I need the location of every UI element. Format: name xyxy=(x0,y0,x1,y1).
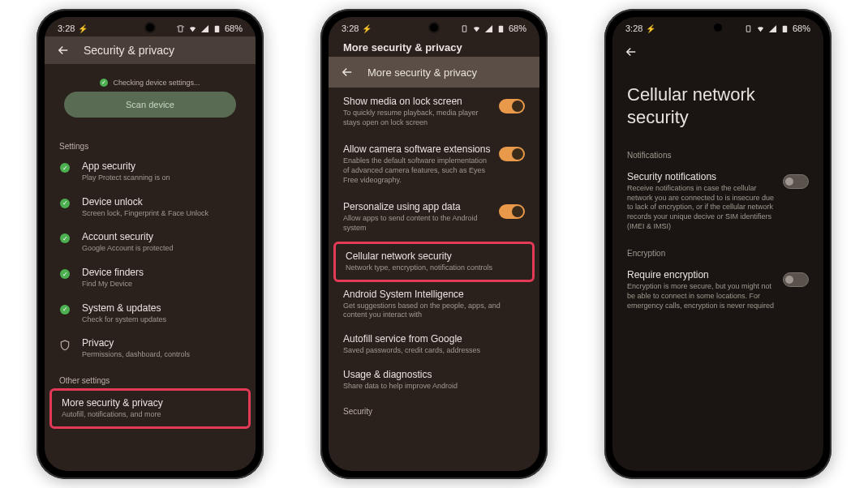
wifi-icon xyxy=(756,24,765,33)
highlight-cellular: Cellular network security Network type, … xyxy=(333,242,535,282)
row-title: Require encryption xyxy=(627,269,775,280)
row-title: Device finders xyxy=(82,267,241,278)
row-sub: Google Account is protected xyxy=(82,244,241,254)
subheader: More security & privacy xyxy=(329,57,539,88)
check-icon: ✓ xyxy=(60,233,70,243)
vibrate-icon xyxy=(744,24,753,33)
row-more-security[interactable]: More security & privacy Autofill, notifi… xyxy=(52,391,248,426)
back-button[interactable] xyxy=(624,45,638,59)
row-app-security[interactable]: ✓ App security Play Protect scanning is … xyxy=(45,154,256,190)
status-time: 3:28 xyxy=(342,24,359,33)
check-icon: ✓ xyxy=(60,305,70,315)
row-sub: Share data to help improve Android xyxy=(343,382,525,392)
check-icon: ✓ xyxy=(60,269,70,279)
toggle-security-notifications[interactable] xyxy=(783,174,809,189)
svg-rect-0 xyxy=(215,25,220,32)
toggle-show-media[interactable] xyxy=(499,99,525,113)
row-sub: Enables the default software implementat… xyxy=(343,156,491,185)
row-privacy[interactable]: Privacy Permissions, dashboard, controls xyxy=(45,331,256,366)
row-sub: Network type, encryption, notification c… xyxy=(346,263,522,273)
bolt-icon: ⚡ xyxy=(362,24,372,33)
page-title: More security & privacy xyxy=(329,36,539,57)
row-sub: Allow apps to send content to the Androi… xyxy=(343,214,491,233)
svg-rect-1 xyxy=(499,25,504,32)
row-title: Device unlock xyxy=(82,196,241,208)
row-title: Personalize using app data xyxy=(343,201,491,212)
row-sub: Saved passwords, credit cards, addresses xyxy=(343,346,525,356)
row-asi[interactable]: Android System Intelligence Get suggesti… xyxy=(329,282,539,327)
section-encryption: Encryption xyxy=(612,239,823,261)
row-title: Account security xyxy=(82,231,241,242)
screen-3: 3:28 ⚡ 68% Cellular network security Not… xyxy=(612,17,823,471)
row-title: Cellular network security xyxy=(346,250,522,262)
row-require-encryption[interactable]: Require encryption Encryption is more se… xyxy=(612,261,823,319)
bolt-icon: ⚡ xyxy=(646,24,655,33)
toggle-camera-ext[interactable] xyxy=(499,147,525,161)
signal-icon xyxy=(200,24,209,33)
camera-cutout xyxy=(146,24,154,32)
phone-frame-1: 3:28 ⚡ 68% Security & privacy ✓ Checking xyxy=(37,9,264,479)
signal-icon xyxy=(768,24,777,33)
row-title: Android System Intelligence xyxy=(343,289,525,300)
row-title: Privacy xyxy=(82,337,241,349)
row-sub: Get suggestions based on the people, app… xyxy=(343,302,525,320)
back-button[interactable] xyxy=(56,43,71,58)
row-sub: Check for system updates xyxy=(82,315,241,325)
row-camera-ext[interactable]: Allow camera software extensions Enables… xyxy=(329,135,539,193)
section-security: Security xyxy=(329,397,539,419)
screen-1: 3:28 ⚡ 68% Security & privacy ✓ Checking xyxy=(45,17,256,471)
camera-cutout xyxy=(714,24,722,32)
row-title: System & updates xyxy=(82,302,241,314)
row-title: Show media on lock screen xyxy=(343,96,491,107)
battery-icon xyxy=(780,24,789,33)
row-autofill[interactable]: Autofill service from Google Saved passw… xyxy=(329,327,539,362)
row-device-unlock[interactable]: ✓ Device unlock Screen lock, Fingerprint… xyxy=(45,190,256,225)
wifi-icon xyxy=(188,24,197,33)
toggle-personalize[interactable] xyxy=(499,204,525,219)
page-title: Cellular network security xyxy=(612,67,823,141)
battery-percent: 68% xyxy=(793,24,810,33)
row-title: Autofill service from Google xyxy=(343,333,525,345)
scan-card: ✓ Checking device settings... Scan devic… xyxy=(56,71,244,126)
battery-percent: 68% xyxy=(509,24,526,33)
toggle-require-encryption[interactable] xyxy=(783,272,809,287)
row-title: Security notifications xyxy=(627,171,775,182)
row-personalize[interactable]: Personalize using app data Allow apps to… xyxy=(329,193,539,241)
phone-frame-3: 3:28 ⚡ 68% Cellular network security Not… xyxy=(604,9,831,479)
scan-device-button[interactable]: Scan device xyxy=(64,92,236,118)
row-sub: Autofill, notifications, and more xyxy=(62,410,238,420)
check-icon: ✓ xyxy=(100,79,108,87)
battery-icon xyxy=(213,24,221,33)
row-system-updates[interactable]: ✓ System & updates Check for system upda… xyxy=(45,296,256,332)
row-sub: Find My Device xyxy=(82,280,241,289)
section-notifications: Notifications xyxy=(612,141,823,163)
row-sub: Screen lock, Fingerprint & Face Unlock xyxy=(82,209,241,219)
header-bar xyxy=(612,36,823,67)
scan-status-text: Checking device settings... xyxy=(113,79,200,87)
page-title: Security & privacy xyxy=(84,44,174,57)
vibrate-icon xyxy=(176,24,185,33)
check-icon: ✓ xyxy=(60,199,70,208)
phone-frame-2: 3:28 ⚡ 68% More security & privacy More … xyxy=(320,9,548,479)
highlight-more-security: More security & privacy Autofill, notifi… xyxy=(49,388,251,429)
row-title: More security & privacy xyxy=(62,397,238,409)
shield-icon xyxy=(59,337,71,351)
row-title: Allow camera software extensions xyxy=(343,143,491,155)
back-button[interactable] xyxy=(340,65,355,79)
status-time: 3:28 xyxy=(58,24,75,33)
battery-percent: 68% xyxy=(225,24,243,33)
row-sub: Permissions, dashboard, controls xyxy=(82,350,241,360)
screen-2: 3:28 ⚡ 68% More security & privacy More … xyxy=(329,17,539,471)
row-show-media[interactable]: Show media on lock screen To quickly res… xyxy=(329,88,539,135)
wifi-icon xyxy=(472,24,481,33)
row-security-notifications[interactable]: Security notifications Receive notificat… xyxy=(612,163,823,239)
check-icon: ✓ xyxy=(60,163,70,173)
section-settings: Settings xyxy=(45,132,256,154)
section-other: Other settings xyxy=(45,366,256,388)
row-account-security[interactable]: ✓ Account security Google Account is pro… xyxy=(45,225,256,260)
battery-icon xyxy=(496,24,505,33)
row-cellular-security[interactable]: Cellular network security Network type, … xyxy=(336,244,532,280)
row-usage[interactable]: Usage & diagnostics Share data to help i… xyxy=(329,362,539,398)
row-device-finders[interactable]: ✓ Device finders Find My Device xyxy=(45,260,256,296)
vibrate-icon xyxy=(460,24,469,33)
